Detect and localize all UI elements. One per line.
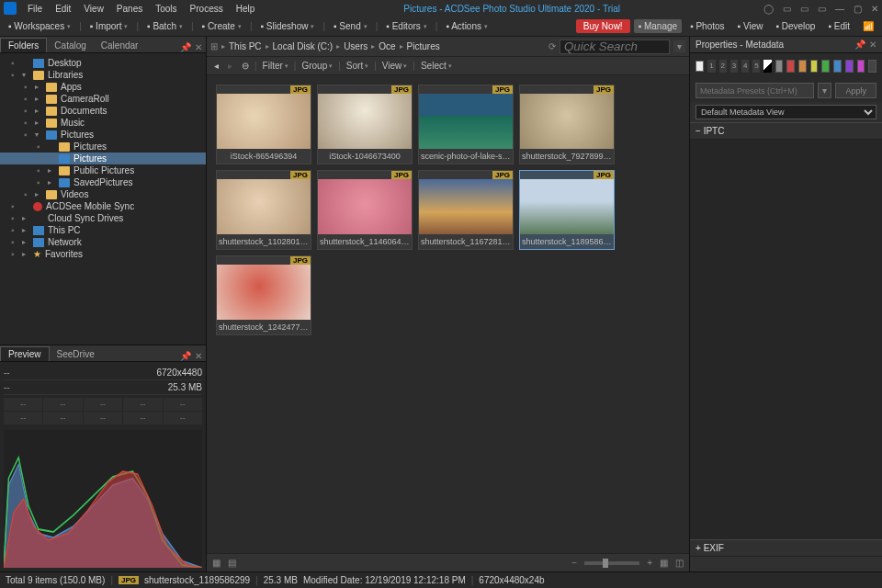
color-label-swatch[interactable] [810,60,819,73]
thumbnail[interactable]: JPG shutterstock_1102801724 [216,170,311,250]
rating-2[interactable]: 2 [719,60,727,73]
rating-1[interactable]: 1 [707,60,715,73]
thumbnail[interactable]: JPG shutterstock_1146064715 [317,170,413,250]
zoom-out-icon[interactable]: − [571,558,577,568]
footer-icon[interactable]: ▤ [228,558,236,568]
breadcrumb-item[interactable]: Pictures [407,41,440,51]
breadcrumb-item[interactable]: This PC [229,41,262,51]
left-tab-catalog[interactable]: Catalog [47,39,93,52]
zoom-in-icon[interactable]: + [647,558,652,568]
tree-item[interactable]: ▪ ACDSee Mobile Sync [0,200,206,212]
refresh-icon[interactable]: ⟳ [548,41,556,51]
color-label-swatch[interactable] [821,60,830,73]
panel-pin-icon[interactable]: 📌 [854,40,865,50]
tree-item[interactable]: ▪ Desktop [0,57,206,69]
rating-3[interactable]: 3 [730,60,738,73]
thumbnail[interactable]: JPG iStock-1046673400 [317,85,413,164]
menu-tools[interactable]: Tools [150,2,182,16]
stats-icon[interactable]: 📶 [858,19,878,33]
iptc-section-header[interactable]: − IPTC [690,122,882,140]
close-icon[interactable]: ✕ [871,4,878,14]
search-dropdown-icon[interactable]: ▾ [673,40,685,52]
mode-view[interactable]: ▪ View [733,19,768,33]
panel-close-icon[interactable]: ✕ [195,351,202,361]
tb-editors[interactable]: ▪ Editors ▾ [381,19,431,33]
color-label-swatch[interactable] [775,60,784,73]
menu-file[interactable]: File [22,2,48,16]
thumbnail-size-slider[interactable] [584,561,639,565]
footer-icon[interactable]: ▦ [212,558,220,568]
expand-icon[interactable]: ⊞ [210,41,218,51]
breadcrumb-item[interactable]: Local Disk (C:) [273,41,334,51]
preset-dropdown-icon[interactable]: ▾ [818,83,831,98]
tree-item[interactable]: ▪ ▸ Music [0,117,206,129]
exif-section-header[interactable]: + EXIF [690,539,882,557]
tb-workspaces[interactable]: ▪ Workspaces ▾ [4,19,75,33]
tree-item[interactable]: ▪ ▾ Pictures [0,129,206,141]
preview-tab-seedrive[interactable]: SeeDrive [50,347,102,361]
menu-process[interactable]: Process [185,2,229,16]
thumbnail[interactable]: JPG shutterstock_1242477334 [216,255,311,335]
tree-item[interactable]: ▪ ▸ Public Pictures [0,164,206,176]
nav-fwd-icon[interactable]: ▸ [224,61,236,71]
menu-view[interactable]: View [78,2,109,16]
tb-slideshow[interactable]: ▪ Slideshow ▾ [256,19,320,33]
tree-item[interactable]: ▪ ▾ Libraries [0,69,206,81]
mode-photos[interactable]: ▪ Photos [685,19,729,33]
footer-icon[interactable]: ◫ [675,558,684,568]
menu-panes[interactable]: Panes [111,2,148,16]
minimize-icon[interactable]: — [835,4,844,14]
tag-checkbox[interactable] [695,61,704,72]
tb-actions[interactable]: ▪ Actions ▾ [441,19,492,33]
tree-item[interactable]: ▪ ▸ Videos [0,188,206,200]
layout-icon-2[interactable]: ▭ [800,4,808,14]
menu-edit[interactable]: Edit [50,2,76,16]
panel-pin-icon[interactable]: 📌 [180,42,191,52]
tree-item[interactable]: ▪ ▸ This PC [0,224,206,236]
menu-help[interactable]: Help [231,2,261,16]
thumbnail[interactable]: JPG shutterstock_1167281287 [418,170,514,250]
apply-button[interactable]: Apply [835,83,876,98]
color-label-swatch[interactable] [845,60,854,73]
footer-icon[interactable]: ▦ [660,558,668,568]
color-label-swatch[interactable] [857,60,865,73]
thumbnail[interactable]: JPG iStock-865496394 [216,85,311,164]
tree-item[interactable]: ▪ ▸ CameraRoll [0,93,206,105]
panel-close-icon[interactable]: ✕ [869,40,876,50]
nav-up-icon[interactable]: ⊖ [238,61,253,71]
panel-pin-icon[interactable]: 📌 [180,351,191,361]
metadata-preset-input[interactable] [695,83,814,98]
user-icon[interactable]: ◯ [763,4,774,14]
filterbar-select[interactable]: Select ▾ [417,61,456,71]
tree-item[interactable]: ▪ Pictures [0,153,206,164]
mode-manage[interactable]: ▪ Manage [634,19,682,33]
filterbar-group[interactable]: Group ▾ [298,61,336,71]
thumbnail[interactable]: JPG shutterstock_1189586299 [519,170,615,250]
filterbar-sort[interactable]: Sort ▾ [343,61,372,71]
filterbar-view[interactable]: View ▾ [379,61,412,71]
quick-search-input[interactable] [560,40,670,54]
metadata-view-select[interactable]: Default Metadata View [695,105,876,119]
tree-item[interactable]: ▪ ▸ SavedPictures [0,176,206,188]
color-label-swatch[interactable] [786,60,795,73]
rating-5[interactable]: 5 [752,60,760,73]
nav-back-icon[interactable]: ◂ [210,61,222,71]
folder-tree[interactable]: ▪ Desktop ▪ ▾ Libraries ▪ ▸ Apps ▪ ▸ Cam… [0,53,206,345]
left-tab-calendar[interactable]: Calendar [94,39,146,52]
layout-icon-3[interactable]: ▭ [818,4,826,14]
tb-send[interactable]: ▪ Send ▾ [329,19,372,33]
tree-item[interactable]: ▪ ▸ Network [0,236,206,248]
tree-item[interactable]: ▪ ▸ ★ Favorites [0,248,206,260]
rating-4[interactable]: 4 [741,60,749,73]
filterbar-filter[interactable]: Filter ▾ [259,61,292,71]
left-tab-folders[interactable]: Folders [0,38,47,52]
tree-item[interactable]: ▪ ▸ Apps [0,81,206,93]
tb-import[interactable]: ▪ Import ▾ [85,19,133,33]
buy-now-button[interactable]: Buy Now! [576,19,630,33]
tree-item[interactable]: ▪ ▸ Documents [0,105,206,117]
tb-batch[interactable]: ▪ Batch ▾ [142,19,187,33]
thumbnail[interactable]: JPG shutterstock_792789943 [519,85,615,164]
breadcrumb-item[interactable]: Oce [379,41,395,51]
tree-item[interactable]: ▪ ▸ Cloud Sync Drives [0,212,206,224]
color-label-swatch[interactable] [798,60,807,73]
